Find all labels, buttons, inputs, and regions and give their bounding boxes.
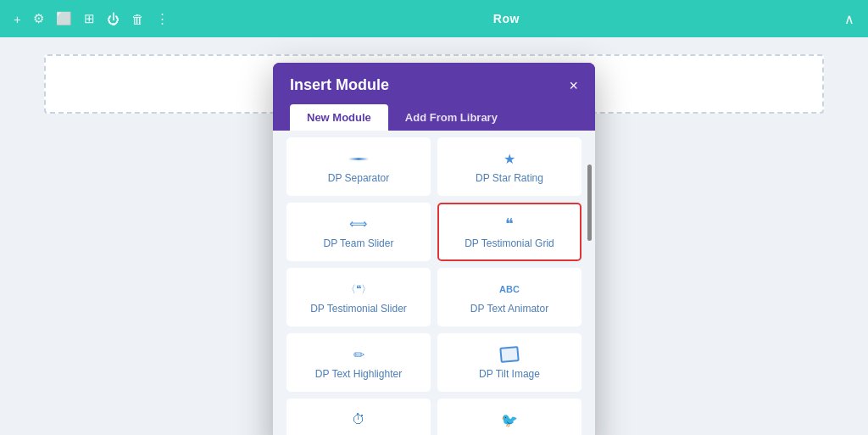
module-label-dp-testimonial-grid: DP Testimonial Grid — [465, 237, 554, 249]
tab-new-module[interactable]: New Module — [290, 104, 388, 131]
arrows-icon: ⟺ — [349, 215, 368, 233]
module-item-dp-testimonial-slider[interactable]: 〈❝〉 DP Testimonial Slider — [287, 268, 431, 326]
module-item-dp-testimonial-grid[interactable]: DP Testimonial Grid — [437, 203, 581, 261]
quote-arrows-icon: 〈❝〉 — [346, 280, 371, 298]
clock-icon — [352, 410, 365, 429]
main-area: + Insert Module × New Module Add From Li… — [0, 37, 868, 435]
module-label-dp-text-animator: DP Text Animator — [470, 303, 548, 315]
power-icon[interactable]: ⏻ — [107, 12, 120, 26]
module-label-dp-tilt-image: DP Tilt Image — [479, 368, 540, 380]
module-item-dp-timeline[interactable]: DP Timeline — [287, 399, 431, 435]
modal-overlay: Insert Module × New Module Add From Libr… — [0, 37, 868, 435]
module-item-dp-text-highlighter[interactable]: DP Text Highlighter — [287, 333, 431, 392]
toolbar-title: Row — [493, 12, 520, 25]
modal-close-button[interactable]: × — [569, 78, 578, 93]
twitter-icon — [501, 410, 518, 429]
module-label-dp-team-slider: DP Team Slider — [324, 237, 394, 249]
add-icon[interactable]: + — [14, 12, 21, 26]
tilt-image-icon — [500, 345, 519, 364]
module-item-dp-separator[interactable]: DP Separator — [287, 137, 431, 196]
abc-icon — [499, 280, 520, 298]
insert-module-dialog: Insert Module × New Module Add From Libr… — [273, 63, 595, 435]
module-grid-bottom: DP Timeline DP Twitter Embedded — [273, 399, 595, 435]
star-icon — [504, 149, 515, 168]
module-grid-wrapper: DP Separator DP Star Rating ⟺ DP Team Sl… — [273, 131, 595, 435]
trash-icon[interactable]: 🗑 — [131, 12, 144, 26]
quote-icon — [505, 215, 514, 233]
module-item-dp-text-animator[interactable]: DP Text Animator — [437, 268, 581, 326]
modal-tabs: New Module Add From Library — [273, 94, 595, 131]
scrollbar[interactable] — [587, 165, 592, 241]
module-label-dp-text-highlighter: DP Text Highlighter — [315, 368, 402, 380]
layout-icon[interactable]: ⬜ — [56, 11, 72, 26]
module-item-dp-tilt-image[interactable]: DP Tilt Image — [437, 333, 581, 392]
module-label-dp-testimonial-slider: DP Testimonial Slider — [310, 303, 407, 315]
modal-title: Insert Module — [290, 76, 389, 94]
toolbar-left: + ⚙ ⬜ ⊞ ⏻ 🗑 ⋮ — [14, 11, 169, 26]
module-item-dp-twitter-embedded[interactable]: DP Twitter Embedded — [437, 399, 581, 435]
top-toolbar: + ⚙ ⬜ ⊞ ⏻ 🗑 ⋮ Row ∧ — [0, 0, 868, 37]
gear-icon[interactable]: ⚙ — [33, 11, 44, 26]
module-label-dp-star-rating: DP Star Rating — [476, 172, 543, 184]
separator-icon — [348, 149, 369, 168]
module-grid: DP Separator DP Star Rating ⟺ DP Team Sl… — [273, 131, 595, 392]
more-icon[interactable]: ⋮ — [156, 11, 169, 26]
pen-icon — [353, 345, 364, 364]
grid-icon[interactable]: ⊞ — [84, 11, 95, 26]
tab-add-from-library[interactable]: Add From Library — [388, 104, 515, 131]
module-label-dp-separator: DP Separator — [328, 172, 390, 184]
collapse-icon[interactable]: ∧ — [844, 11, 854, 27]
modal-header: Insert Module × — [273, 63, 595, 94]
module-item-dp-team-slider[interactable]: ⟺ DP Team Slider — [287, 203, 431, 261]
module-item-dp-star-rating[interactable]: DP Star Rating — [437, 137, 581, 196]
